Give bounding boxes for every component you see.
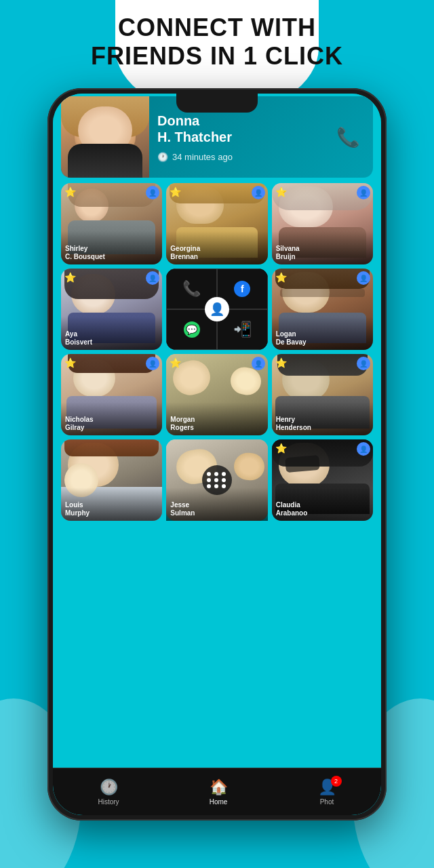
contacts-grid: ⭐ 👤 ShirleyC. Bousquet ⭐ 👤 [53,183,381,521]
contact-card-claudia[interactable]: ⭐ 👤 ClaudiaArabanoo [272,439,373,521]
star-badge: ⭐ [170,357,181,368]
star-badge: ⭐ [275,357,287,368]
home-icon: 🏠 [210,778,228,796]
contact-name: NicholasGilray [65,416,158,432]
photos-icon-wrapper: 👤 2 [318,778,336,796]
nav-home[interactable]: 🏠 Home [210,778,228,806]
featured-time: 🕐 34 minutes ago [157,152,323,162]
contact-overlay: SilvanaBruijn [272,231,373,264]
contact-name: ClaudiaArabanoo [276,501,369,517]
contact-name: MorganRogers [170,416,263,432]
contact-name: GeorginaBrennan [170,245,263,261]
contact-name: JesseSulman [170,501,263,517]
contact-overlay: ShirleyC. Bousquet [61,231,162,264]
contact-card-nicholas[interactable]: ⭐ 👤 NicholasGilray [61,354,162,435]
header-line2: FRIENDS IN 1 CLICK [91,42,343,71]
contact-name: SilvanaBruijn [276,245,369,261]
scroll-area[interactable]: Donna H. Thatcher 🕐 34 minutes ago 📞 [53,94,381,768]
contact-card-silvana[interactable]: ⭐ 👤 SilvanaBruijn [272,183,373,264]
action-tile[interactable]: 📞 f 💬 📲 👤 [166,269,267,350]
phone-inner: Toki 🔍 Name or number 🎤 👤 ☰ [53,94,381,815]
contact-overlay: ClaudiaArabanoo [272,488,373,521]
contact-overlay: LouisMurphy [61,488,162,521]
header-line1: CONNECT WITH [91,14,343,42]
featured-info: Donna H. Thatcher 🕐 34 minutes ago [149,103,331,172]
dial-dots [207,472,227,488]
star-badge: ⭐ [64,186,76,197]
history-icon: 🕐 [100,778,118,796]
contact-overlay: AyaBoisvert [61,317,162,350]
star-badge: ⭐ [275,443,287,454]
photos-badge: 2 [331,776,342,787]
contact-name: AyaBoisvert [65,330,158,347]
featured-name: Donna H. Thatcher [157,113,323,145]
contact-overlay: MorganRogers [166,402,267,435]
star-badge: ⭐ [64,272,76,283]
contact-name: ShirleyC. Bousquet [65,245,158,261]
contact-overlay: NicholasGilray [61,402,162,435]
nav-history[interactable]: 🕐 History [98,778,119,806]
profile-badge: 👤 [357,186,370,199]
contact-card-aya[interactable]: ⭐ 👤 AyaBoisvert [61,269,162,350]
header: CONNECT WITH FRIENDS IN 1 CLICK [91,14,343,71]
contact-card-morgan[interactable]: ⭐ 👤 MorganRogers [166,354,267,435]
contact-name: LoganDe Bavay [276,330,369,347]
star-badge: ⭐ [275,272,287,283]
star-badge: ⭐ [170,186,181,197]
star-badge: ⭐ [64,357,76,368]
contact-card-louis[interactable]: LouisMurphy [61,439,162,521]
nav-photos[interactable]: 👤 2 Phot [318,778,336,806]
contact-card-jesse[interactable]: JesseSulman [166,439,267,521]
star-badge: ⭐ [275,186,287,197]
contact-card-shirley[interactable]: ⭐ 👤 ShirleyC. Bousquet [61,183,162,264]
action-center-icon[interactable]: 👤 [205,297,229,321]
contact-overlay: JesseSulman [166,488,267,521]
profile-badge: 👤 [252,186,265,199]
profile-badge: 👤 [357,357,370,370]
contact-name: LouisMurphy [65,501,158,517]
contact-card-logan[interactable]: ⭐ 👤 LoganDe Bavay [272,269,373,350]
featured-photo [61,96,149,178]
profile-badge: 👤 [357,271,370,285]
contact-overlay: LoganDe Bavay [272,317,373,350]
phone-frame: Toki 🔍 Name or number 🎤 👤 ☰ [47,88,387,821]
contact-overlay: HenryHenderson [272,402,373,435]
contact-card-henry[interactable]: ⭐ 👤 HenryHenderson [272,354,373,435]
bottom-nav: 🕐 History 🏠 Home 👤 2 Phot [53,768,381,815]
contact-name: HenryHenderson [276,416,369,432]
contact-overlay: GeorginaBrennan [166,231,267,264]
app-content: Toki 🔍 Name or number 🎤 👤 ☰ [53,94,381,815]
phone-notch [176,94,258,113]
profile-badge: 👤 [357,442,370,456]
call-button[interactable]: 📞 [331,120,365,154]
contact-card-georgina[interactable]: ⭐ 👤 GeorginaBrennan [166,183,267,264]
profile-badge: 👤 [252,357,265,370]
